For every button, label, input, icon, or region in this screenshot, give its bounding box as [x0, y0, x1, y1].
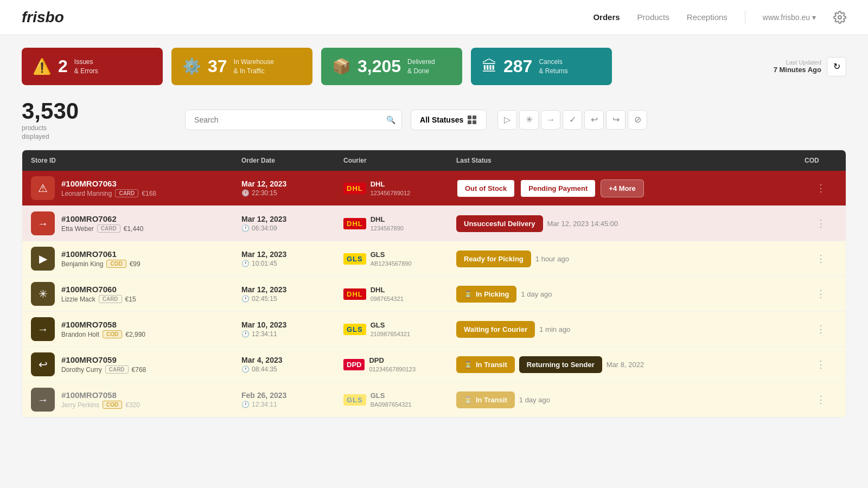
status-in-transit-7: ⏳ In Transit — [456, 391, 515, 408]
warehouse-number: 37 — [208, 56, 227, 76]
date-cell-6: Mar 4, 2023 08:44:35 — [241, 356, 339, 373]
clock-icon — [241, 330, 250, 338]
row-menu-2[interactable]: ⋮ — [805, 217, 837, 229]
table-header: Store ID Order Date Courier Last Status … — [22, 150, 846, 171]
pay-badge-5: COD — [103, 330, 122, 338]
order-cell-1: ⚠ #100MRO7063 Leonard Manning CARD €168 — [31, 176, 237, 200]
gls-logo: GLS — [343, 324, 366, 335]
nav-orders[interactable]: Orders — [593, 12, 620, 22]
date-cell-5: Mar 10, 2023 12:34:11 — [241, 320, 339, 338]
last-updated-label: Last Updated — [774, 59, 821, 66]
table-row[interactable]: → #100MRO7058 Jerry Perkins COD €320 Feb… — [22, 382, 846, 418]
products-count: 3,530 products displayed — [22, 98, 79, 141]
order-icon-alert: ⚠ — [31, 176, 55, 200]
play-action-icon[interactable]: ▷ — [497, 110, 517, 130]
courier-cell-7: GLS GLS BA0987654321 — [343, 391, 452, 408]
table-row[interactable]: ✳ #100MRO7060 Lizzie Mack CARD €15 Mar 1… — [22, 277, 846, 312]
gls-logo: GLS — [343, 253, 366, 265]
action-icons: ▷ ✳ → ✓ ↩ ↪ ⊘ — [497, 110, 647, 130]
date-cell-1: Mar 12, 2023 22:30:15 — [241, 179, 339, 197]
count-label: products displayed — [22, 124, 79, 141]
courier-cell-5: GLS GLS 210987654321 — [343, 321, 452, 338]
delivered-label: Delivered & Done — [407, 57, 435, 76]
svg-point-0 — [838, 16, 841, 19]
last-updated: Last Updated 7 Minutes Ago ↻ — [774, 57, 846, 76]
navbar: frisbo Orders Products Receptions www.fr… — [0, 0, 868, 35]
toolbar: 3,530 products displayed 🔍 All Statuses … — [22, 98, 846, 141]
order-icon-ret: ↩ — [31, 352, 55, 376]
table-row[interactable]: → #100MRO7058 Brandon Holt COD €2,990 Ma… — [22, 312, 846, 347]
status-cell-2: Unsuccesful Delivery Mar 12, 2023 14:45:… — [456, 215, 800, 232]
filter-button[interactable]: All Statuses — [411, 110, 487, 130]
stat-card-warehouse[interactable]: ⚙️ 37 In Warehouse & In Traffic — [171, 48, 312, 85]
forward-action-icon[interactable]: → — [541, 110, 560, 130]
delivered-icon: 📦 — [332, 57, 351, 75]
order-id-2: #100MRO7062 — [61, 214, 143, 223]
courier-cell-1: DHL DHL 123456789012 — [343, 180, 452, 197]
order-icon-play: ▶ — [31, 247, 55, 271]
table-row[interactable]: ▶ #100MRO7061 Benjamin King COD €99 Mar … — [22, 241, 846, 277]
status-out-stock: Out of Stock — [456, 179, 515, 198]
courier-cell-3: GLS GLS AB1234567890 — [343, 251, 452, 267]
dhl-logo: DHL — [343, 218, 366, 229]
row-menu-1[interactable]: ⋮ — [805, 182, 837, 194]
nav-domain[interactable]: www.frisbo.eu ▾ — [763, 13, 816, 22]
order-name-2: Etta Weber CARD €1,440 — [61, 224, 143, 233]
status-ago-4: 1 day ago — [521, 286, 552, 303]
stat-card-delivered[interactable]: 📦 3,205 Delivered & Done — [321, 48, 462, 85]
header-cod: COD — [805, 157, 837, 164]
orders-table: Store ID Order Date Courier Last Status … — [22, 150, 846, 418]
row-menu-6[interactable]: ⋮ — [805, 358, 837, 370]
header-order-date: Order Date — [241, 157, 339, 164]
spin-action-icon[interactable]: ✳ — [519, 110, 539, 130]
header-store-id: Store ID — [31, 157, 237, 164]
check-action-icon[interactable]: ✓ — [563, 110, 582, 130]
header-last-status: Last Status — [456, 157, 800, 164]
return-action-icon[interactable]: ↩ — [584, 110, 604, 130]
delivered-number: 3,205 — [358, 56, 401, 76]
order-name-3: Benjamin King COD €99 — [61, 260, 141, 268]
date-cell-7: Feb 26, 2023 12:34:11 — [241, 391, 339, 408]
row-menu-3[interactable]: ⋮ — [805, 253, 837, 265]
status-pending: Pending Payment — [520, 179, 596, 198]
order-icon-fwd-7: → — [31, 388, 55, 412]
pay-badge-1: CARD — [115, 189, 138, 197]
status-ago-3: 1 hour ago — [535, 251, 569, 267]
table-row[interactable]: ↩ #100MRO7059 Dorothy Curry CARD €768 Ma… — [22, 347, 846, 382]
pay-badge-3: COD — [106, 260, 126, 268]
dhl-logo: DHL — [343, 288, 366, 300]
stat-card-issues[interactable]: ⚠️ 2 Issues & Errors — [22, 48, 163, 85]
gear-icon[interactable] — [833, 11, 846, 24]
status-more[interactable]: +4 More — [601, 179, 644, 197]
status-returning: Returning to Sender — [519, 356, 602, 373]
dpd-logo: DPD — [343, 359, 365, 370]
status-cell-3: Ready for Picking 1 hour ago — [456, 251, 800, 267]
table-row[interactable]: → #100MRO7062 Etta Weber CARD €1,440 Mar… — [22, 206, 846, 241]
order-cell-4: ✳ #100MRO7060 Lizzie Mack CARD €15 — [31, 282, 237, 306]
refresh-button[interactable]: ↻ — [827, 57, 846, 76]
redo-action-icon[interactable]: ↪ — [606, 110, 626, 130]
stat-card-cancels[interactable]: 🏛 287 Cancels & Returns — [471, 48, 612, 85]
nav-products[interactable]: Products — [637, 12, 669, 22]
clock-icon — [241, 401, 250, 408]
block-action-icon[interactable]: ⊘ — [628, 110, 647, 130]
order-name-5: Brandon Holt COD €2,990 — [61, 330, 145, 338]
nav-receptions[interactable]: Receptions — [687, 12, 727, 22]
pay-badge-2: CARD — [97, 224, 120, 233]
courier-cell-6: DPD DPD 01234567890123 — [343, 356, 452, 373]
nav-links: Orders Products Receptions www.frisbo.eu… — [593, 11, 846, 24]
order-icon-arrow: → — [31, 211, 55, 235]
status-ago-7: 1 day ago — [519, 391, 550, 408]
row-menu-7[interactable]: ⋮ — [805, 394, 837, 406]
row-menu-5[interactable]: ⋮ — [805, 323, 837, 335]
table-row[interactable]: ⚠ #100MRO7063 Leonard Manning CARD €168 … — [22, 171, 846, 206]
search-input[interactable] — [185, 110, 402, 130]
cancels-label: Cancels & Returns — [539, 57, 567, 76]
row-menu-4[interactable]: ⋮ — [805, 288, 837, 300]
nav-divider — [745, 11, 745, 24]
order-cell-3: ▶ #100MRO7061 Benjamin King COD €99 — [31, 247, 237, 271]
cancels-icon: 🏛 — [482, 57, 497, 75]
main-content: ⚠️ 2 Issues & Errors ⚙️ 37 In Warehouse … — [0, 35, 868, 431]
status-cell-4: ⏳ In Picking 1 day ago — [456, 286, 800, 303]
order-icon-spin: ✳ — [31, 282, 55, 306]
